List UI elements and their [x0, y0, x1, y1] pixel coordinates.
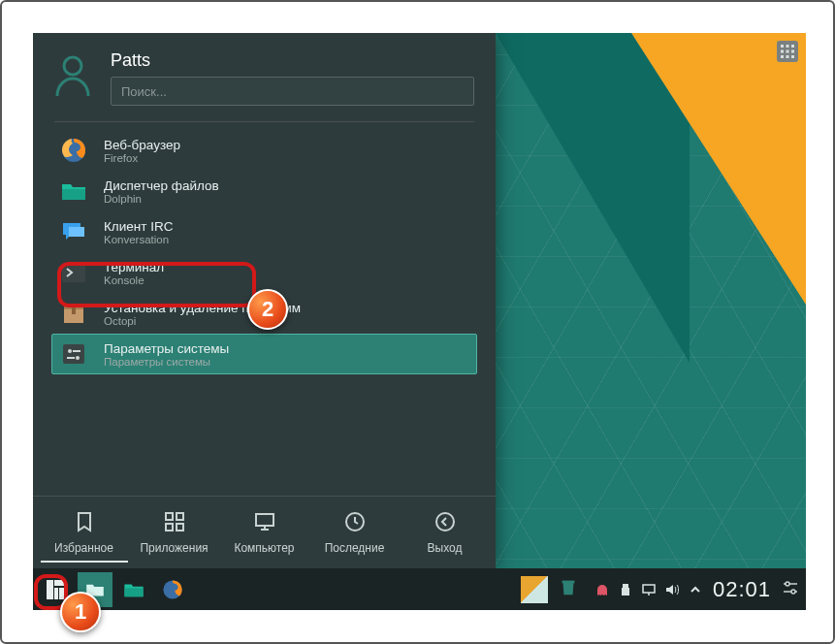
tab-computer[interactable]: Компьютер	[221, 510, 308, 563]
grid-icon	[163, 510, 186, 533]
app-item-file-manager[interactable]: Диспетчер файловDolphin	[51, 171, 477, 211]
tray-ghost-icon[interactable]	[594, 582, 610, 597]
tab-leave[interactable]: Выход	[401, 510, 489, 563]
svg-rect-36	[622, 588, 629, 596]
trash-icon	[558, 576, 579, 597]
svg-rect-23	[177, 513, 183, 520]
window-frame: Patts Веб-браузерFirefox Диспетчер файло…	[0, 0, 835, 644]
svg-rect-5	[791, 50, 794, 53]
app-title: Терминал	[104, 260, 164, 274]
chat-icon	[59, 217, 88, 246]
panel-settings-icon[interactable]	[781, 578, 800, 601]
app-subtitle: Firefox	[104, 152, 180, 164]
svg-rect-12	[69, 227, 84, 237]
favorites-list: Веб-браузерFirefox Диспетчер файловDolph…	[33, 130, 496, 374]
tab-favorites[interactable]: Избранное	[41, 510, 128, 563]
app-subtitle: Dolphin	[104, 193, 219, 205]
clock-icon	[343, 510, 367, 533]
user-name-label: Patts	[111, 50, 474, 71]
tab-label: Компьютер	[234, 541, 294, 555]
app-item-system-settings[interactable]: Параметры системыПараметры системы	[51, 334, 477, 374]
user-avatar-icon	[54, 55, 91, 102]
tray-expand-icon[interactable]	[688, 582, 703, 597]
svg-rect-16	[72, 305, 76, 314]
svg-rect-4	[787, 50, 789, 53]
svg-rect-37	[643, 585, 655, 593]
svg-rect-1	[787, 45, 789, 48]
firefox-icon	[161, 578, 184, 601]
svg-point-30	[436, 513, 454, 531]
tab-label: Выход	[428, 541, 463, 555]
svg-rect-17	[63, 344, 84, 364]
tray-usb-icon[interactable]	[618, 582, 633, 597]
tray-volume-icon[interactable]	[664, 582, 680, 597]
settings-icon	[59, 339, 88, 369]
desktop: Patts Веб-браузерFirefox Диспетчер файло…	[33, 33, 806, 610]
folder-icon	[59, 177, 88, 206]
svg-rect-8	[791, 55, 794, 58]
system-tray	[594, 582, 703, 597]
terminal-icon	[59, 258, 88, 287]
tab-label: Последние	[325, 541, 385, 555]
trash-widget[interactable]	[558, 576, 585, 603]
svg-rect-26	[256, 514, 273, 526]
panel-widget[interactable]	[521, 576, 548, 603]
taskbar-item-firefox[interactable]	[155, 572, 190, 607]
menu-bottom-tabs: Избранное Приложения Компьютер Последние	[33, 496, 496, 568]
svg-rect-0	[781, 45, 784, 48]
app-subtitle: Konversation	[104, 234, 173, 245]
wallpaper-orange-triangle	[631, 33, 806, 305]
svg-rect-7	[787, 55, 789, 58]
svg-rect-13	[62, 263, 85, 282]
svg-rect-22	[166, 513, 173, 520]
divider	[54, 121, 474, 122]
app-item-terminal[interactable]: ТерминалKonsole	[51, 252, 477, 293]
app-title: Клиент IRC	[104, 219, 173, 234]
app-item-irc-client[interactable]: Клиент IRCKonversation	[51, 211, 477, 252]
svg-point-18	[68, 349, 72, 353]
svg-point-20	[76, 356, 80, 360]
folder-icon	[122, 578, 145, 601]
taskbar: 02:01	[33, 568, 806, 610]
svg-point-9	[64, 57, 81, 75]
taskbar-left	[39, 572, 190, 607]
svg-rect-6	[781, 55, 784, 58]
app-title: Диспетчер файлов	[104, 178, 219, 193]
grid-icon	[781, 45, 794, 58]
svg-point-41	[786, 582, 789, 586]
firefox-icon	[59, 136, 88, 165]
svg-rect-32	[124, 588, 143, 596]
svg-rect-25	[177, 524, 183, 531]
taskbar-right: 02:01	[521, 576, 800, 603]
app-title: Веб-браузер	[104, 138, 180, 152]
svg-rect-2	[791, 45, 794, 48]
tab-recent[interactable]: Последние	[311, 510, 399, 563]
svg-point-42	[791, 590, 795, 594]
package-icon	[59, 299, 88, 328]
annotation-badge-1: 1	[60, 592, 101, 632]
app-item-web-browser[interactable]: Веб-браузерFirefox	[51, 130, 477, 171]
taskbar-item-files[interactable]	[116, 572, 151, 607]
svg-rect-3	[781, 50, 784, 53]
app-subtitle: Параметры системы	[104, 356, 229, 368]
svg-rect-11	[62, 189, 85, 200]
monitor-icon	[253, 510, 276, 533]
svg-rect-34	[562, 580, 575, 583]
tray-network-icon[interactable]	[641, 582, 657, 597]
clock-label[interactable]: 02:01	[713, 577, 771, 602]
back-icon	[434, 510, 457, 533]
menu-header: Patts	[33, 33, 496, 112]
svg-rect-35	[623, 584, 628, 588]
app-title: Параметры системы	[104, 341, 229, 356]
tab-label: Приложения	[140, 541, 208, 555]
bookmark-icon	[73, 510, 96, 533]
annotation-badge-2: 2	[247, 289, 288, 330]
tab-applications[interactable]: Приложения	[131, 510, 218, 563]
svg-rect-24	[166, 524, 173, 531]
app-subtitle: Konsole	[104, 274, 164, 286]
activities-grid-button[interactable]	[777, 41, 798, 62]
tab-label: Избранное	[54, 541, 113, 555]
search-input[interactable]	[111, 77, 474, 106]
